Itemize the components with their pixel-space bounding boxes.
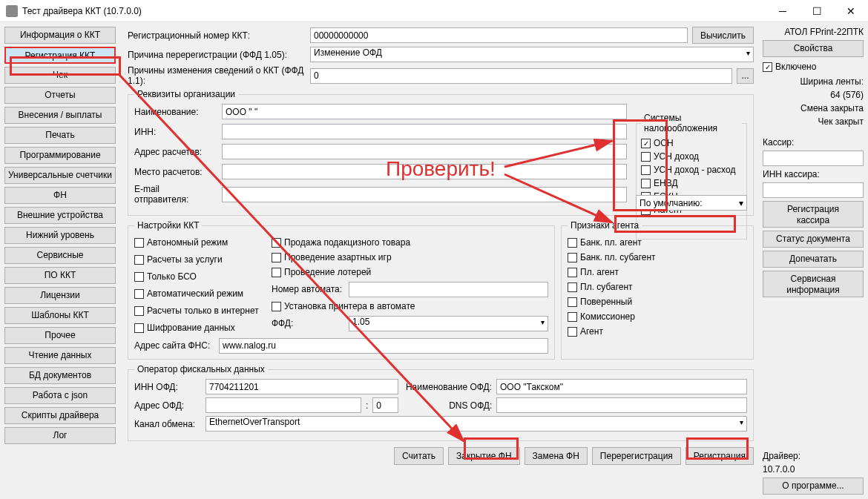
ofd-addr-input[interactable] [206,397,361,413]
kkt-checkbox[interactable] [134,238,144,248]
agent-checkbox[interactable] [568,297,577,307]
kkt-checkbox[interactable] [272,268,281,277]
kkt-checkbox[interactable] [272,238,281,248]
org-email-input[interactable] [222,187,627,202]
nav-внешние-устройства[interactable]: Внешние устройства [4,207,116,224]
action-считать[interactable]: Считать [394,447,444,465]
reg-num-input[interactable] [310,27,688,43]
nav-чек[interactable]: Чек [4,67,116,84]
org-name-input[interactable] [222,104,627,119]
cashier-inn-input[interactable] [763,182,864,198]
org-inn-input[interactable] [222,124,627,139]
kkt-checkbox[interactable] [134,272,144,282]
kkt-fieldset: Настройки ККТ Автономный режимРасчеты за… [128,220,555,360]
nav-лог[interactable]: Лог [4,427,116,444]
action-закрытие-фн[interactable]: Закрытие ФН [448,447,519,465]
agent-label: Банк. пл. агент [580,237,642,248]
agent-label: Агент [580,326,603,337]
automat-input[interactable] [349,282,548,297]
tax-checkbox[interactable] [641,152,651,162]
doc-status-button[interactable]: Статус документа [763,231,864,248]
check-status: Чек закрыт [763,116,864,127]
tape-width-label: Ширина ленты: [763,76,864,87]
close-button[interactable]: ✕ [834,0,868,22]
ofd-channel-label: Канал обмена: [134,419,201,429]
agent-legend: Признаки агента [568,220,642,231]
nav-нижний-уровень[interactable]: Нижний уровень [4,227,116,244]
nav-регистрация-ккт[interactable]: Регистрация ККТ [4,47,116,64]
nav-универсальные-счетчики[interactable]: Универсальные счетчики [4,167,116,184]
kkt-checkbox[interactable] [134,323,144,333]
kkt-checkbox[interactable] [134,255,144,265]
ofd-dns-input[interactable] [496,397,747,413]
nav-информация-о-ккт[interactable]: Информация о ККТ [4,27,116,44]
nav-бд-документов[interactable]: БД документов [4,367,116,384]
nav-скрипты-драйвера[interactable]: Скрипты драйвера [4,407,116,424]
org-addr-input[interactable] [222,144,627,159]
reg-cashier-button[interactable]: Регистрация кассира [763,201,864,228]
automat-label: Номер автомата: [272,284,346,294]
ofd-channel-select[interactable]: EthernetOverTransport [206,416,747,432]
ffd-select[interactable]: 1.05 [349,316,548,331]
change-reason-input[interactable] [310,68,732,84]
about-button[interactable]: О программе... [763,477,864,495]
change-reason-label: Причины изменения сведений о ККТ (ФФД 1.… [128,65,306,86]
tax-checkbox[interactable] [641,165,651,175]
action-замена-фн[interactable]: Замена ФН [525,447,588,465]
agent-label: Поверенный [580,297,632,307]
kkt-label: Только БСО [147,271,197,282]
enabled-checkbox[interactable] [763,62,772,72]
driver-version: 10.7.0.0 [763,464,864,475]
ofd-dns-label: DNS ОФД: [403,400,492,411]
minimize-button[interactable]: ─ [766,0,800,22]
cashier-inn-label: ИНН кассира: [763,169,864,179]
printer-checkbox[interactable] [272,302,281,311]
kkt-checkbox[interactable] [134,306,144,316]
agent-fieldset: Признаки агента Банк. пл. агентБанк. пл.… [561,220,754,360]
agent-checkbox[interactable] [568,327,577,337]
agent-label: Комиссионер [580,311,635,322]
nav-прочее[interactable]: Прочее [4,327,116,344]
nav-внесения-выплаты[interactable]: Внесения / выплаты [4,107,116,124]
rereg-reason-select[interactable]: Изменение ОФД [310,47,754,62]
org-inn-label: ИНН: [134,127,216,137]
tax-checkbox[interactable] [641,179,651,188]
default-tax-select[interactable]: По умолчанию: [636,195,747,211]
nav-отчеты[interactable]: Отчеты [4,87,116,104]
action-регистрация[interactable]: Регистрация [685,447,754,465]
agent-checkbox[interactable] [568,253,577,262]
fns-input[interactable] [219,338,548,354]
maximize-button[interactable]: ☐ [800,0,834,22]
kkt-checkbox[interactable] [134,289,144,299]
org-place-input[interactable] [222,164,627,179]
change-reason-more[interactable]: ... [737,68,754,84]
ofd-inn-input[interactable] [206,379,398,394]
kkt-legend: Настройки ККТ [134,220,202,231]
kkt-label: Расчеты за услуги [147,254,223,265]
kkt-checkbox[interactable] [272,253,281,262]
ofd-name-label: Наименование ОФД: [403,382,492,392]
props-button[interactable]: Свойства [763,40,864,57]
reprint-button[interactable]: Допечатать [763,251,864,268]
ofd-name-input[interactable] [496,379,747,394]
nav-печать[interactable]: Печать [4,127,116,144]
agent-checkbox[interactable] [568,282,577,292]
nav-по-ккт[interactable]: ПО ККТ [4,267,116,284]
agent-checkbox[interactable] [568,312,577,322]
nav-работа-с-json[interactable]: Работа с json [4,387,116,404]
nav-лицензии[interactable]: Лицензии [4,287,116,304]
calc-button[interactable]: Вычислить [692,27,754,44]
tax-checkbox[interactable] [641,139,651,148]
nav-сервисные[interactable]: Сервисные [4,247,116,264]
nav-фн[interactable]: ФН [4,187,116,204]
agent-label: Банк. пл. субагент [580,252,656,262]
ofd-port-input[interactable] [372,397,398,413]
agent-checkbox[interactable] [568,268,577,277]
nav-программирование[interactable]: Программирование [4,147,116,164]
nav-чтение-данных[interactable]: Чтение данных [4,347,116,364]
action-перерегистрация[interactable]: Перерегистрация [592,447,681,465]
agent-checkbox[interactable] [568,238,577,248]
nav-шаблоны-ккт[interactable]: Шаблоны ККТ [4,307,116,324]
service-info-button[interactable]: Сервисная информация [763,271,864,297]
cashier-input[interactable] [763,151,864,166]
